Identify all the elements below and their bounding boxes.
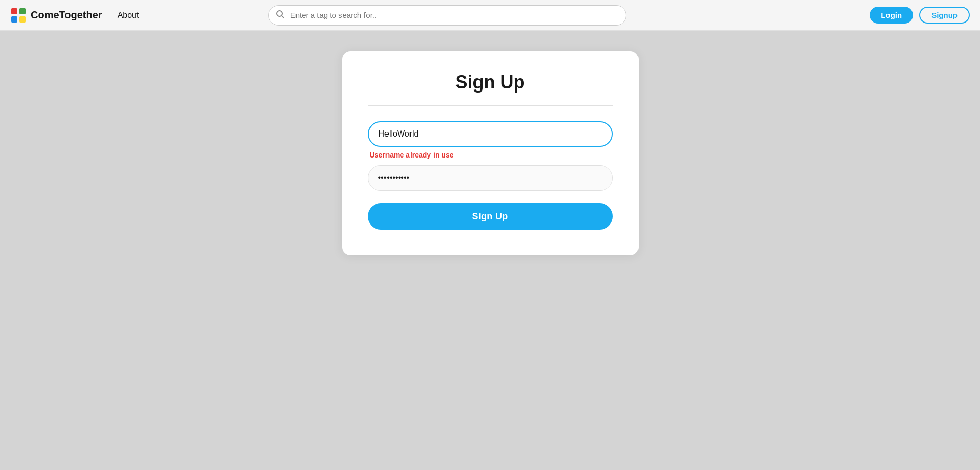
brand-logo-icon [10,7,27,24]
search-container [268,5,626,26]
nav-actions: Login Signup [870,7,970,24]
divider [368,105,613,106]
signup-submit-button[interactable]: Sign Up [368,203,613,230]
search-input[interactable] [268,5,626,26]
navbar: ComeTogether About Login Signup [0,0,980,31]
svg-rect-2 [11,16,17,23]
svg-rect-1 [19,8,26,14]
username-input[interactable] [368,121,613,147]
signup-nav-button[interactable]: Signup [919,7,970,24]
svg-rect-0 [11,8,17,14]
search-icon [276,10,285,21]
nav-about-link[interactable]: About [118,11,139,20]
password-input[interactable] [368,165,613,191]
svg-line-5 [281,15,284,18]
main-content: Sign Up Username already in use Sign Up [0,31,980,470]
username-error-message: Username already in use [368,151,613,159]
signup-title: Sign Up [368,72,613,93]
brand-name: ComeTogether [31,9,102,21]
login-button[interactable]: Login [870,7,913,24]
signup-card: Sign Up Username already in use Sign Up [342,51,639,255]
brand[interactable]: ComeTogether [10,7,102,24]
svg-rect-3 [19,16,26,23]
